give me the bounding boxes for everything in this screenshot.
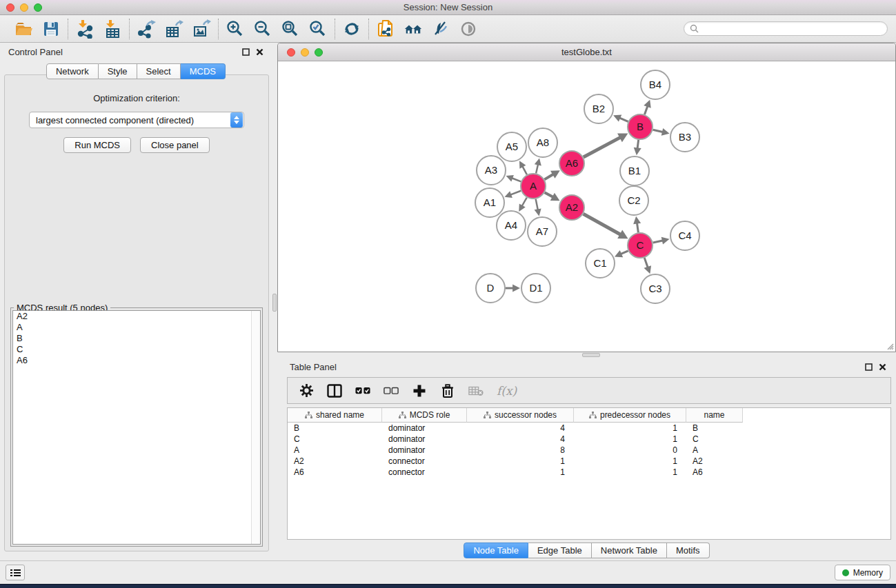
graph-edge-A-A3[interactable] — [511, 178, 521, 181]
table-cell[interactable]: A — [686, 445, 743, 456]
table-cell[interactable]: A2 — [288, 456, 382, 467]
deselect-all-rows-icon[interactable] — [384, 383, 399, 398]
network-window-titlebar[interactable]: testGlobe.txt — [278, 43, 895, 61]
network-maximize-button[interactable] — [315, 48, 323, 57]
table-row[interactable]: Adominator80A — [288, 445, 890, 456]
table-cell[interactable]: B — [686, 423, 743, 434]
mcds-result-item[interactable]: A2 — [13, 311, 260, 322]
table-cell[interactable]: 1 — [574, 434, 686, 445]
float-panel-icon[interactable] — [865, 363, 873, 371]
import-table-icon[interactable] — [103, 19, 122, 39]
graph-edge-A-A6[interactable] — [544, 174, 554, 179]
show-column-panel-icon[interactable] — [327, 383, 342, 398]
close-panel-icon[interactable] — [879, 363, 886, 371]
column-header[interactable]: successor nodes — [467, 408, 574, 423]
graph-edge-B-B2[interactable] — [619, 118, 628, 122]
zoom-selected-icon[interactable] — [308, 19, 328, 39]
graph-edge-C-C4[interactable] — [653, 241, 664, 243]
close-panel-button[interactable]: Close panel — [140, 137, 210, 153]
delete-columns-icon[interactable] — [440, 383, 455, 398]
zoom-fit-icon[interactable] — [281, 19, 300, 39]
refresh-view-icon[interactable] — [342, 19, 361, 39]
tab-mcds[interactable]: MCDS — [181, 63, 226, 79]
tab-motifs[interactable]: Motifs — [667, 543, 710, 558]
graph-edge-B-B3[interactable] — [653, 130, 664, 132]
table-cell[interactable]: A2 — [686, 456, 743, 467]
table-options-icon[interactable] — [299, 383, 314, 398]
table-row[interactable]: Cdominator41C — [288, 434, 890, 445]
clone-network-icon[interactable] — [376, 19, 395, 39]
tab-node-table[interactable]: Node Table — [464, 543, 528, 558]
table-cell[interactable]: dominator — [382, 434, 467, 445]
select-all-rows-icon[interactable] — [355, 383, 370, 398]
table-cell[interactable]: C — [686, 434, 743, 445]
hide-graphics-details-icon[interactable] — [431, 19, 450, 39]
import-network-icon[interactable] — [75, 19, 94, 39]
table-cell[interactable]: 1 — [467, 467, 574, 478]
graph-edge-C-C2[interactable] — [637, 223, 638, 233]
vertical-splitter[interactable] — [272, 43, 277, 560]
export-network-icon[interactable] — [137, 19, 156, 39]
graph-edge-A-A5[interactable] — [522, 165, 527, 174]
splitter-thumb[interactable] — [582, 353, 600, 357]
tab-edge-table[interactable]: Edge Table — [528, 543, 592, 558]
table-cell[interactable]: connector — [382, 467, 467, 478]
tab-style[interactable]: Style — [99, 63, 137, 79]
table-cell[interactable]: 0 — [574, 445, 686, 456]
run-mcds-button[interactable]: Run MCDS — [63, 137, 131, 153]
column-header[interactable]: name — [686, 408, 743, 423]
open-file-icon[interactable] — [14, 19, 33, 39]
first-neighbors-icon[interactable] — [404, 19, 423, 39]
delete-table-icon[interactable] — [468, 383, 484, 398]
save-session-icon[interactable] — [41, 19, 61, 39]
column-header[interactable]: shared name — [288, 408, 382, 423]
network-canvas[interactable]: B4B2BB3A5A8A6A3B1AA1C2A2A4A7C4CC1C3DD1 — [278, 61, 895, 352]
export-image-icon[interactable] — [192, 19, 211, 39]
tab-select[interactable]: Select — [137, 63, 181, 79]
mcds-result-list[interactable]: A2ABCA6 — [12, 310, 261, 545]
search-field[interactable] — [684, 21, 888, 36]
table-cell[interactable]: 4 — [467, 423, 574, 434]
search-input[interactable] — [702, 24, 882, 34]
graph-edge-B-B1[interactable] — [637, 140, 639, 149]
graph-edge-A-A7[interactable] — [536, 199, 538, 211]
graph-edge-A6-B[interactable] — [584, 137, 621, 157]
table-cell[interactable]: 1 — [574, 456, 686, 467]
maximize-window-button[interactable] — [34, 3, 42, 12]
graph-edge-A2-C[interactable] — [584, 214, 621, 234]
zoom-in-icon[interactable] — [226, 19, 245, 39]
table-cell[interactable]: connector — [382, 456, 467, 467]
mcds-result-item[interactable]: A — [13, 322, 260, 333]
show-task-history-button[interactable] — [6, 565, 25, 580]
create-column-icon[interactable] — [412, 383, 427, 398]
optimization-criterion-dropdown[interactable]: largest connected component (directed) — [29, 112, 244, 128]
column-header[interactable]: MCDS role — [382, 408, 467, 423]
resize-grip-icon[interactable] — [885, 341, 894, 350]
graph-edge-A-A1[interactable] — [510, 191, 521, 195]
tab-network[interactable]: Network — [46, 63, 99, 79]
mcds-result-item[interactable]: A6 — [13, 355, 260, 366]
table-cell[interactable]: A6 — [288, 467, 382, 478]
function-builder-icon[interactable]: f(x) — [497, 383, 517, 398]
network-close-button[interactable] — [287, 48, 295, 57]
graph-edge-B-B4[interactable] — [644, 105, 648, 114]
table-cell[interactable]: 1 — [574, 423, 686, 434]
table-row[interactable]: Bdominator41B — [288, 423, 890, 434]
table-cell[interactable]: 4 — [467, 434, 574, 445]
graph-edge-C-C3[interactable] — [644, 258, 648, 268]
table-cell[interactable]: dominator — [382, 423, 467, 434]
export-table-icon[interactable] — [164, 19, 183, 39]
table-cell[interactable]: A6 — [686, 467, 743, 478]
splitter-thumb[interactable] — [272, 294, 277, 312]
memory-button[interactable]: Memory — [835, 565, 890, 580]
graph-edge-A-A8[interactable] — [536, 164, 538, 174]
table-row[interactable]: A6connector11A6 — [288, 467, 890, 478]
graph-edge-A-A2[interactable] — [545, 192, 554, 197]
result-scrollbar[interactable] — [251, 311, 260, 544]
table-cell[interactable]: 8 — [467, 445, 574, 456]
tab-network-table[interactable]: Network Table — [592, 543, 667, 558]
table-cell[interactable]: dominator — [382, 445, 467, 456]
network-minimize-button[interactable] — [301, 48, 309, 57]
show-hide-panel-icon[interactable] — [459, 19, 478, 39]
column-header[interactable]: predecessor nodes — [574, 408, 686, 423]
